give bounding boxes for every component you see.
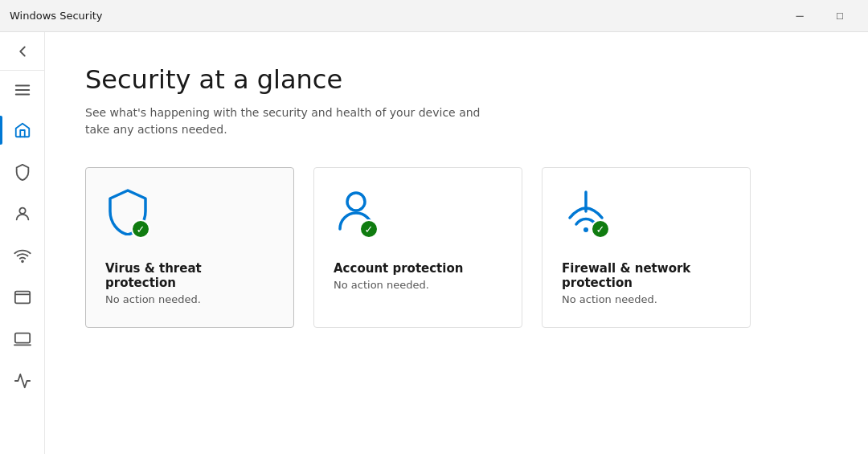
- account-protection-card[interactable]: Account protection No action needed.: [313, 167, 522, 328]
- shield-checkmark: [131, 219, 150, 239]
- app-body: Security at a glance See what's happenin…: [0, 32, 868, 454]
- sidebar-item-account[interactable]: [0, 193, 44, 235]
- sidebar-item-app[interactable]: [0, 276, 44, 318]
- sidebar-item-home[interactable]: [0, 109, 44, 151]
- sidebar: [0, 32, 45, 454]
- minimize-button[interactable]: ─: [781, 4, 818, 28]
- heart-icon: [14, 372, 31, 390]
- virus-card-title: Virus & threat protection: [105, 261, 274, 290]
- svg-rect-5: [14, 292, 29, 304]
- back-button[interactable]: [0, 32, 44, 71]
- page-title: Security at a glance: [85, 64, 828, 95]
- wifi-icon: [14, 247, 31, 264]
- firewall-card-title: Firewall & network protection: [562, 261, 731, 290]
- sidebar-item-firewall[interactable]: [0, 235, 44, 276]
- firewall-card-icon-area: [562, 187, 620, 245]
- svg-point-10: [583, 227, 588, 232]
- account-checkmark: [359, 219, 379, 239]
- sidebar-item-device[interactable]: [0, 318, 44, 360]
- laptop-icon: [14, 330, 31, 348]
- shield-icon: [14, 163, 31, 181]
- svg-point-4: [22, 260, 23, 262]
- virus-shield-icon: [105, 187, 150, 239]
- virus-card-icon-area: [105, 187, 163, 245]
- maximize-button[interactable]: □: [821, 4, 858, 28]
- menu-button[interactable]: [0, 71, 44, 109]
- firewall-card-status: No action needed.: [562, 293, 731, 305]
- virus-card-status: No action needed.: [105, 293, 274, 305]
- svg-point-9: [347, 193, 365, 211]
- svg-rect-7: [14, 333, 29, 343]
- svg-point-3: [19, 208, 25, 214]
- virus-threat-card[interactable]: Virus & threat protection No action need…: [85, 167, 294, 328]
- firewall-checkmark: [591, 219, 610, 239]
- sidebar-item-virus[interactable]: [0, 151, 44, 193]
- page-description: See what's happening with the security a…: [85, 104, 487, 138]
- browser-icon: [14, 288, 31, 306]
- back-icon: [14, 43, 31, 60]
- sidebar-item-health[interactable]: [0, 360, 44, 402]
- person-icon: [14, 205, 31, 223]
- account-card-icon-area: [334, 187, 391, 245]
- main-content: Security at a glance See what's happenin…: [45, 32, 868, 454]
- firewall-wifi-icon: [562, 187, 610, 239]
- window-controls: ─ □: [781, 4, 858, 28]
- account-card-title: Account protection: [334, 261, 502, 276]
- cards-grid: Virus & threat protection No action need…: [85, 167, 828, 328]
- firewall-card[interactable]: Firewall & network protection No action …: [542, 167, 751, 328]
- account-card-status: No action needed.: [334, 279, 502, 291]
- home-icon: [14, 121, 31, 139]
- account-person-icon: [334, 187, 379, 239]
- app-title: Windows Security: [10, 10, 103, 22]
- hamburger-icon: [14, 81, 31, 99]
- title-bar: Windows Security ─ □: [0, 0, 868, 32]
